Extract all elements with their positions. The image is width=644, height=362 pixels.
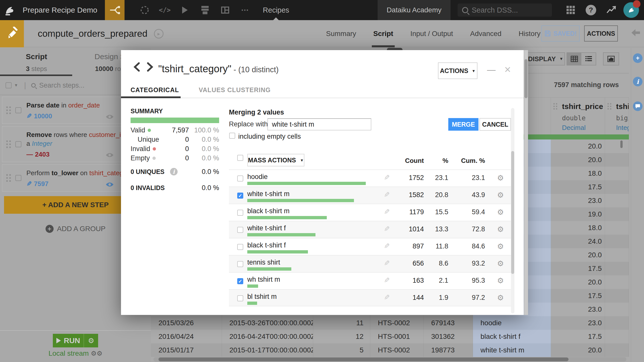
row-gear-icon[interactable]: ⚙ — [497, 225, 504, 234]
column-header[interactable]: tshirt_pricedoubleDecimal — [551, 98, 605, 134]
eye-icon[interactable] — [105, 114, 114, 120]
table-cell[interactable]: hoodie — [473, 316, 551, 330]
run-button[interactable]: RUN ⚙ — [53, 334, 98, 347]
value-label[interactable]: black t-shirt f — [247, 241, 286, 249]
value-label[interactable]: white t-shirt m — [247, 190, 290, 198]
steps-select-caret-icon[interactable]: ▼ — [14, 83, 18, 88]
table-cell[interactable]: 17.5 — [551, 180, 605, 194]
merge-button[interactable]: MERGE — [448, 118, 478, 131]
info-icon[interactable]: i — [633, 77, 642, 86]
value-checkbox[interactable] — [237, 175, 243, 182]
value-checkbox[interactable] — [237, 261, 243, 267]
value-row[interactable]: bl tshirt m ✎ 144 1.9 97.2 ⚙ — [229, 289, 511, 306]
drag-handle-icon[interactable] — [6, 140, 11, 148]
value-row[interactable]: black t-shirt f ✎ 897 11.8 84.6 ⚙ — [229, 238, 511, 255]
value-checkbox[interactable]: ✓ — [237, 278, 243, 284]
row-gear-icon[interactable]: ⚙ — [497, 259, 504, 268]
value-row[interactable]: black t-shirt m ✎ 1179 15.5 59.4 ⚙ — [229, 204, 511, 221]
value-label[interactable]: hoodie — [247, 173, 268, 181]
value-checkbox[interactable] — [237, 210, 243, 216]
row-gear-icon[interactable]: ⚙ — [497, 173, 504, 182]
table-cell[interactable] — [605, 303, 629, 316]
table-cell[interactable]: 20.0 — [551, 248, 605, 262]
table-cell[interactable] — [605, 194, 629, 207]
row-gear-icon[interactable]: ⚙ — [497, 191, 504, 199]
table-cell[interactable]: 5 — [313, 343, 370, 357]
modal-outer-scrollbar-thumb[interactable] — [525, 59, 528, 98]
eye-icon[interactable] — [105, 182, 114, 187]
section-recipes[interactable]: Recipes — [263, 0, 289, 20]
step-checkbox[interactable] — [15, 141, 21, 147]
edit-pencil-icon[interactable]: ✎ — [384, 173, 390, 182]
eye-icon[interactable] — [105, 152, 114, 158]
select-all-steps-checkbox[interactable] — [6, 82, 12, 88]
table-cell[interactable]: 679143 — [424, 316, 473, 330]
more-icon[interactable]: ••• — [235, 0, 255, 20]
edit-pencil-icon[interactable]: ✎ — [384, 276, 390, 284]
table-cell[interactable]: 20.0 — [551, 139, 605, 153]
value-row[interactable]: tennis shirt ✎ 656 8.6 93.2 ⚙ — [229, 255, 511, 272]
table-cell[interactable] — [605, 153, 629, 167]
global-search-input[interactable] — [472, 6, 545, 14]
row-gear-icon[interactable]: ⚙ — [497, 293, 504, 302]
row-gear-icon[interactable]: ⚙ — [497, 208, 504, 216]
table-cell[interactable]: 2016/04/24 — [151, 330, 222, 343]
cancel-button[interactable]: CANCEL — [479, 118, 511, 131]
jobs-icon[interactable] — [195, 0, 215, 20]
table-cell[interactable] — [605, 248, 629, 262]
table-cell[interactable]: 2015/03/26 — [151, 316, 222, 330]
modal-actions-dropdown[interactable]: ACTIONS▼ — [438, 62, 477, 79]
table-cell[interactable]: 20.0 — [551, 343, 605, 357]
value-row[interactable]: hoodie ✎ 1752 23.1 23.1 ⚙ — [229, 169, 511, 187]
table-cell[interactable]: 2015-01-17T00:00:00.000Z — [222, 343, 313, 357]
row-gear-icon[interactable]: ⚙ — [497, 276, 504, 285]
table-cell[interactable]: 23.0 — [551, 303, 605, 316]
tab-advanced[interactable]: Advanced — [462, 20, 510, 47]
list-view-toggle[interactable] — [581, 53, 596, 65]
apps-grid-icon[interactable] — [566, 5, 576, 15]
tab-summary[interactable]: Summary — [317, 20, 365, 47]
column-drag-icon[interactable] — [608, 103, 611, 110]
table-cell[interactable]: black t-shirt f — [473, 330, 551, 343]
table-cell[interactable] — [605, 139, 629, 153]
dataiku-logo-icon[interactable] — [0, 0, 19, 20]
flow-icon[interactable] — [105, 0, 125, 20]
table-cell[interactable]: 2015/01/17 — [151, 343, 222, 357]
value-row[interactable]: ✓ wh tshirt m ✎ 163 2.1 95.3 ⚙ — [229, 272, 511, 289]
engine-selector[interactable]: Local stream ⚙⚙ — [0, 349, 151, 357]
including-empty-cells-checkbox[interactable] — [229, 133, 235, 139]
row-gear-icon[interactable]: ⚙ — [497, 242, 504, 251]
table-cell[interactable]: white t-shirt m — [473, 343, 551, 357]
horizontal-scrollbar[interactable] — [153, 357, 626, 361]
horizontal-scrollbar-thumb[interactable] — [158, 357, 569, 361]
value-label[interactable]: tennis shirt — [247, 259, 280, 266]
charts-button[interactable] — [603, 52, 619, 65]
run-settings-gear-icon[interactable]: ⚙ — [84, 334, 98, 347]
table-cell[interactable]: 20.0 — [551, 275, 605, 289]
table-cell[interactable]: 2016-04-24T00:00:00.000Z — [222, 330, 313, 343]
table-cell[interactable]: 198773 — [424, 343, 473, 357]
value-label[interactable]: wh tshirt m — [247, 276, 280, 283]
project-name[interactable]: Prepare Recipe Demo — [23, 6, 97, 14]
value-checkbox[interactable] — [237, 295, 243, 301]
table-cell[interactable]: 12 — [313, 330, 370, 343]
edit-pencil-icon[interactable]: ✎ — [384, 293, 390, 302]
table-cell[interactable] — [605, 330, 629, 343]
edit-pencil-icon[interactable]: ✎ — [384, 242, 390, 250]
table-cell[interactable]: 17.5 — [551, 330, 605, 343]
table-cell[interactable]: 23.0 — [551, 194, 605, 207]
edit-pencil-icon[interactable]: ✎ — [384, 259, 390, 267]
table-view-toggle[interactable] — [567, 53, 581, 65]
value-label[interactable]: white t-shirt f — [247, 224, 286, 232]
modal-scrollbar[interactable] — [511, 108, 514, 313]
comment-icon[interactable] — [633, 101, 642, 111]
close-icon[interactable]: × — [504, 63, 511, 76]
lab-icon[interactable] — [135, 0, 155, 20]
table-cell[interactable] — [605, 180, 629, 194]
column-drag-icon[interactable] — [553, 103, 557, 110]
user-avatar[interactable] — [623, 2, 639, 18]
tab-categorical[interactable]: CATEGORICAL — [131, 86, 179, 94]
value-checkbox[interactable] — [237, 244, 243, 250]
code-icon[interactable]: </> — [155, 0, 175, 20]
actions-button-header[interactable]: ACTIONS — [584, 25, 618, 42]
